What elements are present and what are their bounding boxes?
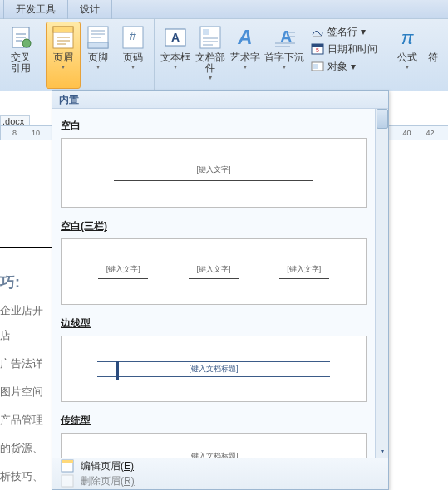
ruler-left: 810 [0, 125, 52, 140]
chevron-down-icon: ▾ [131, 63, 135, 71]
svg-text:π: π [401, 27, 415, 48]
svg-rect-11 [203, 29, 209, 35]
edit-header-icon [61, 459, 74, 473]
chevron-down-icon: ▾ [361, 26, 366, 37]
svg-text:A: A [171, 31, 180, 44]
footer-button[interactable]: 页脚 ▾ [81, 22, 116, 89]
signature-button[interactable]: 签名行 ▾ [308, 23, 381, 40]
equation-button[interactable]: π 公式 ▾ [390, 22, 425, 89]
header-label: 页眉 [53, 52, 73, 63]
template-blank[interactable]: [键入文字] [61, 138, 367, 208]
scrollbar-thumb[interactable] [377, 109, 388, 129]
symbol-icon [426, 24, 441, 51]
datetime-button[interactable]: 5 日期和时间 [308, 41, 381, 57]
quickparts-icon [197, 24, 224, 51]
object-button[interactable]: 对象 ▾ [308, 58, 381, 75]
svg-text:A: A [237, 26, 252, 48]
remove-header-icon [61, 474, 74, 488]
chevron-down-icon: ▾ [209, 74, 212, 81]
header-button[interactable]: 页眉 ▾ [46, 22, 81, 89]
pagenum-icon: # [120, 24, 146, 51]
svg-rect-18 [313, 64, 318, 69]
dropcap-label: 首字下沉 [264, 52, 304, 63]
footer-label: 页脚 [88, 52, 108, 63]
background-document-text: 巧: 企业店开店 广告法详 图片空间 产品管理 的货源、 析技巧、 [0, 270, 52, 489]
template-blank-three-columns[interactable]: [键入文字] [键入文字] [键入文字] [61, 238, 367, 305]
svg-text:5: 5 [316, 47, 319, 53]
symbol-label: 符 [428, 52, 438, 63]
object-icon [311, 60, 324, 73]
equation-label: 公式 [397, 52, 417, 63]
pagenum-label: 页码 [123, 52, 143, 63]
chevron-down-icon: ▾ [62, 63, 65, 71]
ribbon: 交叉 引用 页眉 ▾ 页脚 ▾ # 页码 ▾ A [0, 18, 448, 91]
template-title-blank: 空白 [61, 119, 367, 133]
tab-design[interactable]: 设计 [68, 0, 112, 19]
template-traditional[interactable]: [键入文档标题] [选取日期] [61, 433, 367, 458]
header-icon [50, 24, 76, 51]
textbox-button[interactable]: A 文本框 ▾ [158, 22, 193, 89]
wordart-icon: A [232, 24, 258, 51]
textbox-icon: A [162, 24, 189, 51]
svg-rect-22 [62, 475, 73, 487]
chevron-down-icon: ▾ [406, 63, 409, 71]
svg-text:#: # [130, 29, 136, 42]
symbol-button-partial[interactable]: 符 [425, 22, 441, 89]
footer-icon [85, 24, 111, 51]
signature-label: 签名行 [327, 25, 357, 39]
gallery-scrollbar[interactable]: ▾ [375, 109, 388, 458]
gallery-section-builtin: 内置 [52, 91, 388, 109]
chevron-down-icon: ▾ [283, 63, 286, 71]
chevron-down-icon: ▾ [244, 63, 247, 71]
signature-icon [311, 25, 324, 38]
chevron-down-icon: ▾ [351, 61, 356, 72]
crossref-icon [7, 24, 34, 51]
textbox-label: 文本框 [160, 52, 190, 63]
ruler-right: 4042 [389, 125, 448, 140]
dropcap-icon: A [271, 24, 298, 51]
header-gallery-dropdown: 内置 空白 [键入文字] 空白(三栏) [键入文字] [键入文字] [键入文字]… [52, 90, 389, 490]
chevron-down-icon: ▾ [96, 63, 100, 71]
crossref-label: 交叉 引用 [11, 52, 31, 74]
svg-rect-5 [88, 42, 108, 48]
datetime-icon: 5 [311, 42, 324, 56]
placeholder-text: [键入文字] [196, 164, 230, 175]
template-title-edge: 边线型 [61, 316, 367, 331]
wordart-label: 艺术字 [230, 52, 260, 63]
scroll-down-icon[interactable]: ▾ [377, 446, 388, 458]
dropcap-button[interactable]: A 首字下沉 ▾ [263, 22, 306, 89]
tab-developer[interactable]: 开发工具 [3, 0, 68, 19]
quickparts-button[interactable]: 文档部件 ▾ [193, 22, 228, 89]
svg-rect-3 [53, 27, 73, 32]
menu-remove-header[interactable]: 删除页眉(R) [52, 473, 388, 488]
datetime-label: 日期和时间 [327, 42, 377, 56]
template-edge[interactable]: [键入文档标题] [61, 336, 367, 402]
equation-icon: π [394, 24, 421, 51]
svg-point-1 [22, 39, 31, 47]
chevron-down-icon: ▾ [174, 63, 177, 71]
wordart-button[interactable]: A 艺术字 ▾ [228, 22, 263, 89]
pagenum-button[interactable]: # 页码 ▾ [116, 22, 150, 89]
menu-edit-header[interactable]: 编辑页眉(E) [52, 458, 388, 473]
crossref-button[interactable]: 交叉 引用 [3, 22, 38, 89]
template-title-traditional: 传统型 [61, 414, 367, 428]
quickparts-label: 文档部件 [194, 52, 227, 74]
template-title-blank3: 空白(三栏) [61, 219, 367, 233]
svg-rect-15 [312, 44, 323, 47]
object-label: 对象 [327, 60, 347, 74]
svg-rect-21 [62, 460, 73, 463]
